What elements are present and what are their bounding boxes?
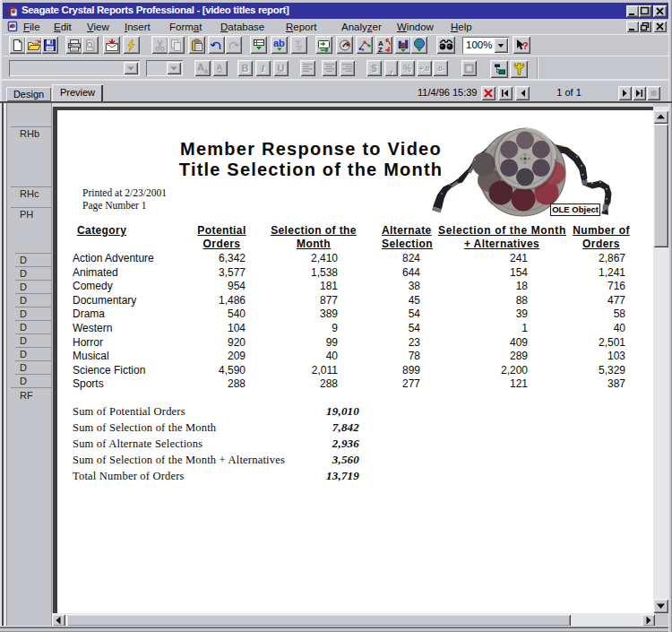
svg-text:ab: ab: [273, 38, 285, 48]
svg-text:Z: Z: [378, 45, 383, 52]
svg-text:?: ?: [522, 40, 529, 51]
svg-text:A: A: [197, 62, 204, 73]
svg-text:Σ: Σ: [295, 38, 302, 50]
svg-text:A: A: [216, 63, 222, 72]
